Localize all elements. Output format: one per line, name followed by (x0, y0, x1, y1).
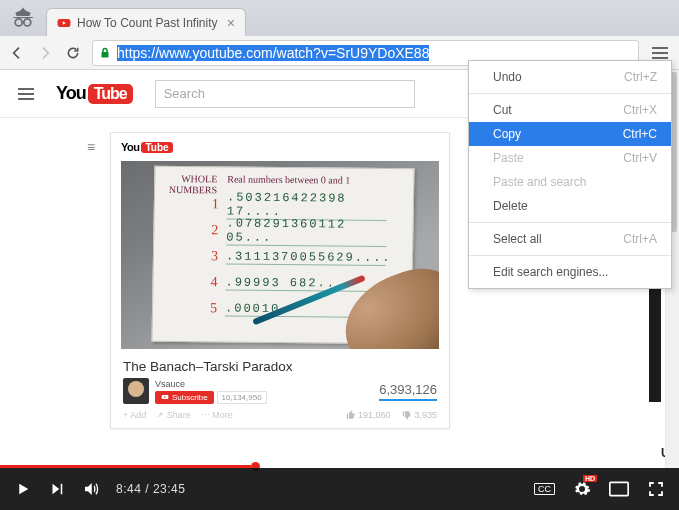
tab-close-button[interactable]: × (227, 16, 235, 30)
like-button[interactable]: 191,060 (346, 410, 391, 420)
more-button[interactable]: ⋯ More (201, 410, 233, 420)
address-bar-context-menu: Undo Ctrl+Z Cut Ctrl+X Copy Ctrl+C Paste… (468, 60, 672, 289)
video-thumbnail[interactable]: WHOLE NUMBERS Real numbers between 0 and… (121, 161, 439, 349)
svg-rect-3 (102, 52, 109, 58)
ctx-separator (469, 222, 671, 223)
paper-heading-left: WHOLE NUMBERS (159, 173, 217, 196)
url-rest: ://www.youtube.com/watch?v=SrU9YDoXE88 (147, 45, 429, 61)
settings-button[interactable]: HD (573, 480, 591, 498)
youtube-logo[interactable]: YouTube (56, 83, 133, 104)
card-action-row: + Add ↗ Share ⋯ More 191,060 3,935 (111, 410, 449, 428)
paper-heading-right: Real numbers between 0 and 1 (227, 174, 350, 186)
ctx-separator (469, 93, 671, 94)
reload-button[interactable] (64, 44, 82, 62)
guide-menu-button[interactable] (18, 88, 34, 100)
card-mini-logo[interactable]: YouTube (111, 133, 449, 161)
current-time: 8:44 (116, 482, 141, 496)
video-player-controls: 8:44 / 23:45 CC HD (0, 468, 679, 510)
back-button[interactable] (8, 44, 26, 62)
ctx-select-all[interactable]: Select all Ctrl+A (469, 227, 671, 251)
dislike-button[interactable]: 3,935 (402, 410, 437, 420)
paper-row-num: 4 (163, 274, 225, 291)
ctx-label: Edit search engines... (493, 265, 608, 279)
ctx-label: Select all (493, 232, 542, 246)
ctx-copy[interactable]: Copy Ctrl+C (469, 122, 671, 146)
ctx-shortcut: Ctrl+A (623, 232, 657, 246)
view-count: 6,393,126 (379, 382, 437, 401)
incognito-icon (10, 4, 36, 30)
ctx-label: Copy (493, 127, 521, 141)
channel-avatar[interactable] (123, 378, 149, 404)
ctx-separator (469, 255, 671, 256)
ctx-label: Delete (493, 199, 528, 213)
ctx-delete[interactable]: Delete (469, 194, 671, 218)
add-to-button[interactable]: + Add (123, 410, 146, 420)
url-text: https://www.youtube.com/watch?v=SrU9YDoX… (117, 45, 429, 61)
dislike-count: 3,935 (414, 410, 437, 420)
youtube-favicon-icon (57, 16, 71, 30)
ctx-paste[interactable]: Paste Ctrl+V (469, 146, 671, 170)
ctx-shortcut: Ctrl+C (623, 127, 657, 141)
ctx-cut[interactable]: Cut Ctrl+X (469, 98, 671, 122)
next-button[interactable] (48, 480, 66, 498)
youtube-search-input[interactable]: Search (155, 80, 415, 108)
play-button[interactable] (14, 480, 32, 498)
ctx-edit-search-engines[interactable]: Edit search engines... (469, 260, 671, 284)
time-display: 8:44 / 23:45 (116, 482, 185, 496)
time-divider: / (141, 482, 153, 496)
subscribe-label: Subscribe (172, 393, 208, 402)
video-card: ≡ YouTube WHOLE NUMBERS Real numbers bet… (110, 132, 450, 429)
fullscreen-button[interactable] (647, 480, 665, 498)
duration: 23:45 (153, 482, 186, 496)
ctx-shortcut: Ctrl+Z (624, 70, 657, 84)
mini-logo-tube: Tube (141, 142, 172, 153)
paper-row-num: 3 (164, 248, 226, 265)
tab-title: How To Count Past Infinity (77, 16, 221, 30)
logo-text-tube: Tube (88, 84, 133, 104)
browser-tab-active[interactable]: How To Count Past Infinity × (46, 8, 246, 36)
lock-icon (99, 46, 111, 60)
paper-row-val: .078291360112 05... (226, 216, 387, 246)
paper-row-num: 1 (165, 196, 227, 213)
video-title[interactable]: The Banach–Tarski Paradox (111, 349, 449, 378)
list-handle-icon: ≡ (87, 139, 95, 155)
hd-badge: HD (583, 475, 597, 482)
logo-text-you: You (56, 83, 86, 104)
forward-button[interactable] (36, 44, 54, 62)
volume-button[interactable] (82, 480, 100, 498)
ctx-undo[interactable]: Undo Ctrl+Z (469, 65, 671, 89)
channel-name[interactable]: Vsauce (155, 379, 267, 389)
ctx-shortcut: Ctrl+X (623, 103, 657, 117)
card-channel-row: Vsauce Subscribe 10,134,950 6,393,126 (111, 378, 449, 410)
share-button[interactable]: ↗ Share (156, 410, 191, 420)
ctx-paste-search[interactable]: Paste and search (469, 170, 671, 194)
like-count: 191,060 (358, 410, 391, 420)
mini-logo-you: You (121, 141, 139, 153)
search-placeholder: Search (164, 86, 205, 101)
paper-row-val: .3111370055629.... (226, 249, 386, 265)
svg-point-0 (15, 19, 22, 26)
theater-mode-button[interactable] (609, 481, 629, 497)
paper-row-num: 2 (164, 222, 226, 239)
browser-tab-strip: How To Count Past Infinity × (0, 0, 679, 36)
subscriber-count: 10,134,950 (217, 391, 267, 404)
svg-point-1 (24, 19, 31, 26)
subscribe-button[interactable]: Subscribe (155, 391, 214, 404)
ctx-label: Undo (493, 70, 522, 84)
captions-button[interactable]: CC (534, 483, 555, 495)
url-protocol: https (117, 45, 147, 61)
svg-rect-5 (610, 482, 628, 495)
ctx-shortcut: Ctrl+V (623, 151, 657, 165)
ctx-label: Paste (493, 151, 524, 165)
ctx-label: Paste and search (493, 175, 586, 189)
paper-row-num: 5 (163, 300, 225, 317)
ctx-label: Cut (493, 103, 512, 117)
